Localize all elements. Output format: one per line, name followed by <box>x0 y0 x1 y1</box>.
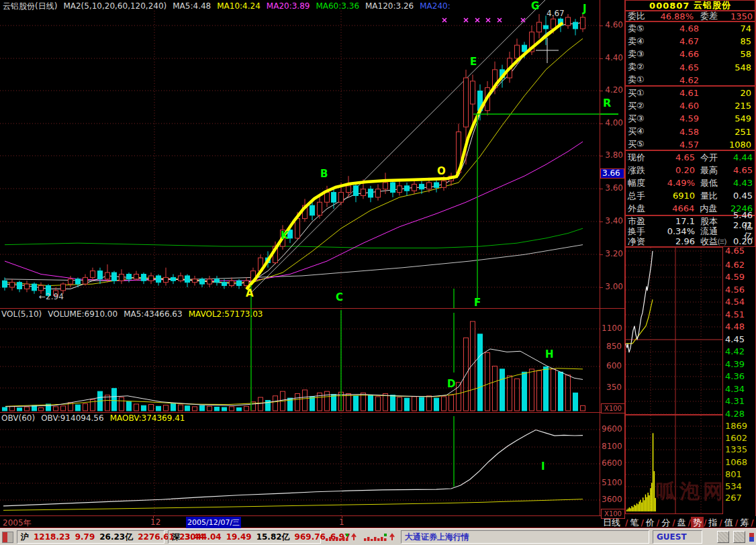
queue-volume: 215 <box>699 101 753 111</box>
month-tick-label[interactable]: 12 <box>150 517 160 527</box>
stock-trading-app-window: ABKOEGJCF4.67←2.94 云铝股份(日线)MA2(5,10,20,6… <box>0 0 756 545</box>
weibi-row: 委比 46.88% 委差 1350 <box>625 11 755 21</box>
intraday-price-label: 4.42 <box>725 346 748 356</box>
price-axis-label: 4.00 <box>603 118 623 128</box>
intraday-price-label: 4.59 <box>725 272 748 282</box>
intraday-price-label: 4.62 <box>725 260 748 270</box>
month-tick <box>153 516 154 518</box>
price-axis-label: 3.60 <box>603 183 623 193</box>
intraday-volume-label: 1335 <box>725 444 752 454</box>
info-row: 现价4.65今开4.44 <box>626 151 755 164</box>
vol-indicator-value: MA5:43466.63 <box>124 309 183 319</box>
queue-label: 卖③ <box>628 48 657 60</box>
queue-price: 4.57 <box>657 140 699 150</box>
stock-code: 000807 <box>649 1 690 11</box>
indicator-value: MA60:3.36 <box>316 1 359 11</box>
queue-price: 4.65 <box>657 62 699 72</box>
date-axis[interactable]: 2005年1212005/12/07/三 <box>0 516 600 528</box>
weibi-label: 委比 <box>628 10 652 22</box>
price-axis-label: 3.20 <box>603 249 623 258</box>
price-axis-strip: 4.604.404.204.003.803.603.403.203.00R3.6… <box>600 0 624 516</box>
indicator-value: MA120:3.26 <box>365 1 414 11</box>
svg-text:E: E <box>470 56 477 68</box>
chart-indicator-header: 云铝股份(日线)MA2(5,10,20,60,120,240)MA5:4.48M… <box>3 1 597 12</box>
price-axis-label: 4.40 <box>603 53 623 62</box>
queue-price: 4.61 <box>657 88 699 98</box>
tab-值[interactable]: 值 <box>722 517 735 529</box>
selected-date-box: 2005/12/07/三 <box>186 517 241 528</box>
price-axis-label: 3.00 <box>603 282 623 291</box>
obv-indicator-value: OBV(60) <box>1 413 35 423</box>
watermark: 呱泡网 <box>656 478 726 505</box>
app-icon[interactable] <box>2 532 13 543</box>
queue-volume: 58 <box>699 49 753 59</box>
tab-盘[interactable]: 盘 <box>675 517 688 529</box>
sell-queue-row: 卖④4.6785 <box>626 35 755 48</box>
info-row: 净资2.96收益㈢0.20 <box>626 236 755 246</box>
indicator-value: MA2(5,10,20,60,120,240) <box>63 1 167 11</box>
weibi-value: 46.88% <box>652 11 694 21</box>
settings-tool-button[interactable] <box>733 531 745 543</box>
sell-queue: 卖⑤4.6874卖④4.6785卖③4.6658卖②4.65548卖①4.62 <box>625 21 755 86</box>
tab-指[interactable]: 指 <box>706 517 719 529</box>
resistance-line-extension <box>600 113 618 115</box>
indicator-value: MA20:3.89 <box>267 1 310 11</box>
svg-text:F: F <box>474 297 481 308</box>
user-name: GUEST <box>657 532 687 543</box>
index-value: 沪 <box>21 532 29 543</box>
intraday-price-label: 4.51 <box>725 309 748 319</box>
queue-volume: 74 <box>699 23 753 34</box>
connection-status-icon <box>749 533 754 542</box>
svg-text:O: O <box>437 165 446 177</box>
svg-text:H: H <box>545 348 554 360</box>
intraday-price-label: 4.36 <box>725 371 748 381</box>
buy-queue-row: 买⑤4.571080 <box>626 138 755 151</box>
queue-label: 卖② <box>628 61 657 73</box>
tab-分[interactable]: 分 <box>659 517 672 529</box>
indicator-value: MA10:4.24 <box>217 1 261 11</box>
queue-label: 买⑤ <box>628 138 657 150</box>
zoom-tool-button[interactable] <box>717 531 729 543</box>
tab-价[interactable]: 价 <box>644 517 657 529</box>
intraday-price-label: 4.56 <box>725 285 748 295</box>
index-value: 3044.04 <box>185 532 222 543</box>
main-candlestick-chart[interactable]: ABKOEGJCF4.67←2.94 <box>0 0 600 308</box>
intraday-volume-label: 1068 <box>725 457 752 467</box>
tab-势[interactable]: 势 <box>691 517 704 529</box>
index-value: 1218.23 <box>34 532 70 543</box>
index-value: 15.82亿 <box>256 532 290 543</box>
tab-筹[interactable]: 筹 <box>738 517 751 529</box>
sell-queue-row: 卖①4.62 <box>626 74 755 87</box>
fundamental-info-block: 市盈17.1股本5.46亿换手0.34%流通2.01亿净资2.96收益㈢0.20 <box>625 215 755 247</box>
shenzhen-index-panel: 深3044.0419.4915.82亿969.766.97 <box>168 530 321 544</box>
month-tick-label[interactable]: 1 <box>339 517 344 527</box>
queue-price: 4.60 <box>657 101 699 111</box>
buy-queue: 买①4.6120买②4.60215买③4.59549买④4.58251买⑤4.5… <box>625 86 755 150</box>
tab-daily[interactable]: 日线 <box>603 517 620 529</box>
intraday-volume-label: 534 <box>725 481 752 491</box>
info-row: 幅度4.49%最低4.43 <box>626 177 755 189</box>
broker-feed-text: 大通证券上海行情 <box>405 532 469 543</box>
sh-trend-icon <box>324 532 359 542</box>
obv-indicator-header: OBV(60)OBV:914094.56MAOBV:374369.41 <box>1 413 191 423</box>
intraday-price-label: 4.34 <box>725 384 748 394</box>
tab-笔[interactable]: 笔 <box>628 517 641 529</box>
price-axis-label: 4.60 <box>603 20 623 30</box>
quote-panel: 000807 云铝股份 委比 46.88% 委差 1350 卖⑤4.6874卖④… <box>624 0 756 516</box>
volume-chart[interactable]: DH <box>0 309 600 412</box>
price-axis-label: 3.40 <box>603 216 623 226</box>
intraday-mini-chart[interactable] <box>625 247 723 415</box>
queue-volume: 251 <box>699 127 753 137</box>
queue-price: 4.58 <box>657 127 699 137</box>
stock-title: 000807 云铝股份 <box>625 0 755 11</box>
buy-queue-row: 买①4.6120 <box>626 87 755 99</box>
index-value: 9.79 <box>75 532 95 543</box>
obv-chart[interactable]: I <box>0 413 600 515</box>
obv-axis-label: 3600 <box>602 495 622 504</box>
queue-price: 4.67 <box>657 36 699 46</box>
queue-volume: 20 <box>699 88 753 98</box>
bottom-tab-strip: 日线 /笔/价/分/盘/势/指/值/筹/ <box>600 516 756 528</box>
price-info-block: 现价4.65今开4.44涨跌0.20最高4.65幅度4.49%最低4.43总手6… <box>625 150 755 215</box>
queue-volume: 549 <box>699 113 753 123</box>
index-value: 26.23亿 <box>99 532 133 543</box>
